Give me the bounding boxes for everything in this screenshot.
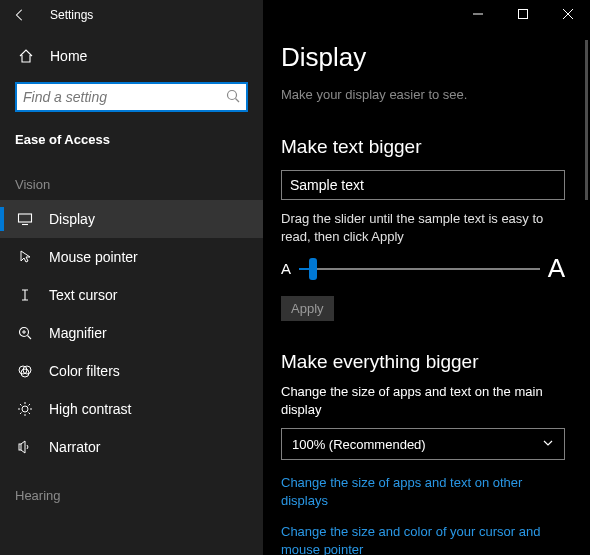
display-icon <box>15 211 35 227</box>
sample-text-box: Sample text <box>281 170 565 200</box>
home-nav[interactable]: Home <box>0 38 263 74</box>
home-icon <box>18 48 36 64</box>
mouse-icon <box>15 249 35 265</box>
nav-color-filters[interactable]: Color filters <box>0 352 263 390</box>
group-ease-of-access: Ease of Access <box>0 124 263 155</box>
svg-point-12 <box>22 406 28 412</box>
svg-line-20 <box>29 404 31 406</box>
svg-rect-2 <box>19 214 32 222</box>
search-icon <box>225 88 241 108</box>
high-contrast-icon <box>15 401 35 417</box>
link-other-displays[interactable]: Change the size of apps and text on othe… <box>281 474 567 509</box>
svg-line-18 <box>29 413 31 415</box>
home-label: Home <box>50 48 87 64</box>
minimize-button[interactable] <box>455 0 500 28</box>
nav-label: Mouse pointer <box>49 249 138 265</box>
scrollbar[interactable] <box>585 40 588 200</box>
nav-label: Magnifier <box>49 325 107 341</box>
nav-text-cursor[interactable]: Text cursor <box>0 276 263 314</box>
back-button[interactable] <box>8 3 32 27</box>
nav-display[interactable]: Display <box>0 200 263 238</box>
slider-instruction: Drag the slider until the sample text is… <box>281 210 567 245</box>
page-subtitle: Make your display easier to see. <box>281 87 572 102</box>
close-button[interactable] <box>545 0 590 28</box>
text-size-slider[interactable] <box>299 259 540 279</box>
svg-line-1 <box>236 99 240 103</box>
apply-button[interactable]: Apply <box>281 296 334 321</box>
scale-select[interactable]: 100% (Recommended) <box>281 428 565 460</box>
link-cursor-pointer[interactable]: Change the size and color of your cursor… <box>281 523 567 555</box>
nav-mouse-pointer[interactable]: Mouse pointer <box>0 238 263 276</box>
app-title: Settings <box>50 8 93 22</box>
svg-line-17 <box>20 404 22 406</box>
search-input[interactable] <box>15 82 248 112</box>
heading-everything-bigger: Make everything bigger <box>281 351 572 373</box>
nav-label: Text cursor <box>49 287 117 303</box>
sample-text: Sample text <box>290 177 364 193</box>
section-vision: Vision <box>0 155 263 200</box>
svg-rect-23 <box>518 10 527 19</box>
narrator-icon <box>15 439 35 455</box>
chevron-down-icon <box>542 437 554 452</box>
color-filters-icon <box>15 363 35 379</box>
nav-label: High contrast <box>49 401 131 417</box>
section-hearing: Hearing <box>0 466 263 511</box>
nav-magnifier[interactable]: Magnifier <box>0 314 263 352</box>
big-a-label: A <box>548 253 565 284</box>
magnifier-icon <box>15 325 35 341</box>
text-cursor-icon <box>15 287 35 303</box>
scale-description: Change the size of apps and text on the … <box>281 383 567 418</box>
page-title: Display <box>281 42 572 73</box>
svg-point-0 <box>228 91 237 100</box>
scale-value: 100% (Recommended) <box>292 437 426 452</box>
nav-label: Color filters <box>49 363 120 379</box>
nav-label: Display <box>49 211 95 227</box>
svg-line-19 <box>20 413 22 415</box>
maximize-button[interactable] <box>500 0 545 28</box>
heading-text-bigger: Make text bigger <box>281 136 572 158</box>
svg-rect-21 <box>19 444 21 450</box>
svg-line-6 <box>28 336 32 340</box>
nav-narrator[interactable]: Narrator <box>0 428 263 466</box>
small-a-label: A <box>281 260 291 277</box>
nav-high-contrast[interactable]: High contrast <box>0 390 263 428</box>
nav-label: Narrator <box>49 439 100 455</box>
